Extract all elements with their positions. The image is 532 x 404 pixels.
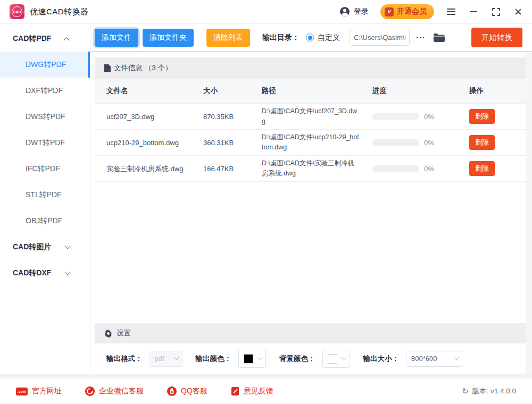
sidebar-item-dwt-to-pdf[interactable]: DWT转PDF [0,130,90,156]
titlebar: CAD 优速CAD转换器 登录 V 开通会员 ✕ [0,0,532,24]
refresh-icon[interactable]: ↻ [462,386,469,396]
file-info-bar: 文件信息 （3 个） [95,57,526,79]
output-color-label: 输出颜色： [196,354,232,364]
open-vip-button[interactable]: V 开通会员 [380,4,434,19]
progress-bar [372,165,419,172]
progress-bar [372,113,419,120]
sidebar-group-cad-to-pdf[interactable]: CAD转PDF [0,26,90,52]
col-size: 大小 [203,86,262,96]
file-size: 166.47KB [203,165,262,173]
delete-button[interactable]: 删除 [469,109,495,124]
file-name: 实验三制冷机房系统.dwg [106,164,203,174]
file-size: 360.31KB [203,139,262,147]
settings-title: 设置 [117,329,131,338]
col-name: 文件名 [106,86,203,96]
table-row: ucp210-29_bottom.dwg 360.31KB D:\桌面\CAD文… [95,129,526,155]
file-size: 870.35KB [203,113,262,121]
folder-icon [433,33,445,43]
footer: .com 官方网址 企业微信客服 QQ客服 意见反馈 ↻ 版本: v1.4.0.… [0,378,532,404]
sidebar: CAD转PDF DWG转PDF DXF转PDF DWS转PDF DWT转PDF … [0,24,90,374]
main-panel: 添加文件 添加文件夹 清除列表 输出目录： 自定义 ··· 开始转换 文件信息 … [90,24,532,374]
output-color-select[interactable] [238,350,266,368]
minimize-button[interactable] [468,6,479,17]
feedback-link[interactable]: 意见反馈 [231,386,273,396]
progress-bar [372,139,419,146]
progress-percent: 0% [424,139,434,147]
wechat-icon [85,386,95,396]
chevron-down-icon [257,355,263,360]
file-path: D:\桌面\CAD文件\ucp210-29_bottom.dwg [262,132,372,153]
maximize-button[interactable] [491,6,501,17]
vip-label: 开通会员 [397,7,427,16]
qq-support-link[interactable]: QQ客服 [167,386,207,396]
file-info-title: 文件信息 （3 个） [114,63,172,73]
content-area: 文件信息 （3 个） 文件名 大小 路径 进度 操作 ucf207_3D.dwg… [90,52,532,374]
sidebar-item-dws-to-pdf[interactable]: DWS转PDF [0,104,90,130]
sidebar-item-ifc-to-pdf[interactable]: IFC转PDF [0,156,90,182]
browse-dots-button[interactable]: ··· [416,33,426,42]
qq-icon [167,386,177,396]
sidebar-item-obj-to-pdf[interactable]: OBJ转PDF [0,208,90,234]
output-size-label: 输出大小： [363,354,400,364]
feedback-icon [231,386,239,396]
chevron-down-icon [64,269,70,275]
delete-button[interactable]: 删除 [469,161,495,176]
chevron-down-icon [173,355,179,360]
progress-percent: 0% [424,165,434,173]
app-logo-icon: CAD [10,4,24,19]
add-folder-button[interactable]: 添加文件夹 [143,29,194,47]
output-size-select[interactable]: 800*600 [406,351,462,367]
clear-list-button[interactable]: 清除列表 [206,29,250,47]
login-button[interactable]: 登录 [339,6,369,17]
file-table: ucf207_3D.dwg 870.35KB D:\桌面\CAD文件\ucf20… [95,103,526,182]
scrollbar-track[interactable] [526,53,532,374]
output-format-select[interactable]: pdf [149,351,182,367]
delete-button[interactable]: 删除 [469,135,495,150]
table-row: 实验三制冷机房系统.dwg 166.47KB D:\桌面\CAD文件\实验三制冷… [95,155,526,181]
footer-separator [0,374,532,378]
chevron-down-icon [454,355,459,360]
chevron-down-icon [341,355,346,360]
toolbar: 添加文件 添加文件夹 清除列表 输出目录： 自定义 ··· 开始转换 [90,24,532,52]
sidebar-group-cad-to-dxf[interactable]: CAD转DXF [0,260,90,286]
custom-dir-radio[interactable] [306,33,314,41]
sidebar-item-dwg-to-pdf[interactable]: DWG转PDF [0,52,90,78]
maximize-icon [492,8,500,16]
col-path: 路径 [262,86,372,96]
bg-color-label: 背景颜色： [279,354,315,364]
version-info: ↻ 版本: v1.4.0.0 [462,386,516,396]
menu-icon[interactable] [446,6,456,17]
official-site-link[interactable]: .com 官方网址 [16,386,62,396]
wechat-support-link[interactable]: 企业微信客服 [85,386,144,396]
sidebar-item-dxf-to-pdf[interactable]: DXF转PDF [0,78,90,104]
custom-dir-radio-label: 自定义 [318,33,340,43]
sidebar-group-cad-to-image[interactable]: CAD转图片 [0,234,90,260]
gear-icon [104,330,112,338]
table-row: ucf207_3D.dwg 870.35KB D:\桌面\CAD文件\ucf20… [95,103,526,129]
col-progress: 进度 [372,86,469,96]
close-button[interactable]: ✕ [513,6,523,17]
settings-row: 输出格式： pdf 输出颜色： 背景颜色： 输出大小： 800*600 [95,343,526,374]
color-swatch [328,354,337,364]
user-icon [339,6,350,17]
progress-percent: 0% [424,113,434,121]
file-path: D:\桌面\CAD文件\ucf207_3D.dwg [262,106,372,127]
output-path-input[interactable] [350,30,410,46]
version-text: 版本: v1.4.0.0 [472,386,516,396]
output-dir-label: 输出目录： [262,33,300,43]
sidebar-item-stl-to-pdf[interactable]: STL转PDF [0,182,90,208]
bg-color-select[interactable] [322,350,350,368]
file-name: ucf207_3D.dwg [106,112,203,122]
login-label: 登录 [354,7,369,16]
app-title: 优速CAD转换器 [30,7,89,17]
document-icon [104,64,111,72]
open-folder-button[interactable] [433,33,445,43]
col-action: 操作 [469,86,526,96]
output-format-label: 输出格式： [106,354,143,364]
add-file-button[interactable]: 添加文件 [95,29,138,47]
file-path: D:\桌面\CAD文件\实验三制冷机房系统.dwg [262,158,372,179]
settings-bar: 设置 [95,323,526,343]
start-convert-button[interactable]: 开始转换 [471,28,522,47]
vip-icon: V [385,7,394,16]
table-header: 文件名 大小 路径 进度 操作 [95,79,526,103]
